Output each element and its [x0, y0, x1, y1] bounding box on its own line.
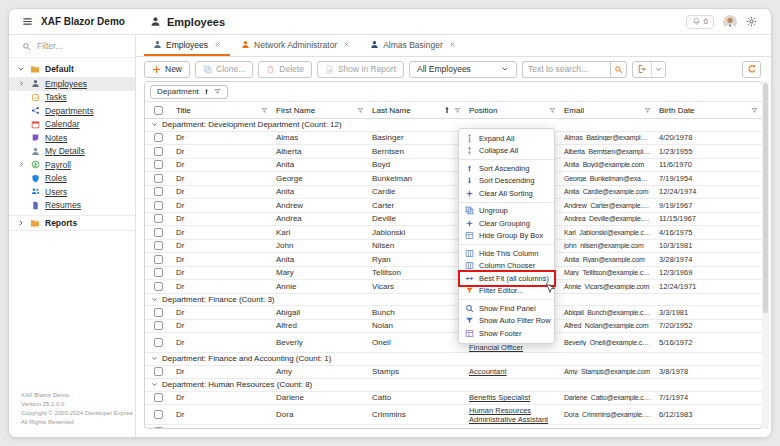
refresh-button[interactable] [742, 61, 761, 78]
sidebar-item-notes[interactable]: Notes [9, 131, 135, 145]
row-checkbox[interactable] [154, 393, 163, 402]
search-button[interactable] [610, 61, 627, 78]
filter-icon[interactable] [357, 107, 364, 114]
table-row[interactable]: DrDarleneCattoBenefits SpecialistDarlene… [145, 392, 762, 406]
menu-item-sort-descending[interactable]: Sort Descending [459, 175, 554, 188]
row-checkbox[interactable] [154, 282, 163, 291]
table-row[interactable]: DrAnitaRyanAnita_Ryan@example.com3/28/19… [145, 253, 762, 267]
row-checkbox[interactable] [154, 241, 163, 250]
table-row[interactable]: DrAndrewCarterAndrew_Carter@example.com9… [145, 199, 762, 213]
clone-button[interactable]: Clone... [195, 61, 253, 78]
chevron-right-icon[interactable] [18, 161, 25, 168]
table-row[interactable]: DrAlmasBasingerAlmas_Basinger@example.co… [145, 132, 762, 146]
menu-item-best-fit-all-columns[interactable]: Best Fit (all columns) [459, 272, 554, 285]
tab-close-button[interactable] [343, 41, 350, 48]
table-row[interactable]: DrAlfredNolanAlfred_Nolan@example.com7/2… [145, 320, 762, 334]
table-row[interactable]: DrGeorgeBunkelmanGeorge_Bunkelman@exampl… [145, 172, 762, 186]
sidebar-item-payroll[interactable]: Payroll [9, 158, 135, 172]
object-filter-select[interactable]: All Employees [409, 61, 517, 78]
column-header-email[interactable]: Email [560, 102, 655, 118]
menu-item-hide-group-by-box[interactable]: Hide Group By Box [459, 230, 554, 243]
menu-item-column-chooser[interactable]: Column Chooser [459, 260, 554, 273]
group-row[interactable]: Department: Human Resources (Count: 8) [145, 379, 762, 392]
export-button[interactable] [633, 62, 651, 77]
filter-icon[interactable] [751, 107, 758, 114]
tab-close-button[interactable] [449, 41, 456, 48]
tab-close-button[interactable] [214, 41, 221, 48]
menu-item-filter-editor[interactable]: Filter Editor... [459, 285, 554, 298]
table-row[interactable]: DrJohnNilsenjohn_nilsen@example.com10/3/… [145, 240, 762, 254]
filter-icon[interactable] [549, 107, 556, 114]
row-checkbox[interactable] [154, 201, 163, 210]
menu-item-show-auto-filter-row[interactable]: Show Auto Filter Row [459, 315, 554, 328]
show-in-report-button[interactable]: Show in Report [317, 61, 404, 78]
tab-network-administrator[interactable]: Network Administrator [232, 35, 359, 56]
row-checkbox[interactable] [154, 228, 163, 237]
hamburger-menu-icon[interactable] [22, 16, 33, 27]
sidebar-item-calendar[interactable]: Calendar [9, 118, 135, 132]
row-checkbox[interactable] [154, 187, 163, 196]
row-checkbox[interactable] [154, 410, 163, 419]
table-row[interactable]: DrAnitaCardleAnita_Cardle@example.com12/… [145, 186, 762, 200]
sidebar-filter-input[interactable] [37, 41, 123, 51]
group-by-chip-department[interactable]: Department [150, 85, 228, 99]
table-row[interactable]: DrAndreaDevilleAndrea_Deville@example.co… [145, 213, 762, 227]
new-button[interactable]: New [144, 61, 190, 78]
row-checkbox[interactable] [154, 133, 163, 142]
table-row[interactable]: DrAnnieVicarsAnnie_Vicars@example.com12/… [145, 280, 762, 294]
table-row[interactable]: DrAbigailBunchAbigail_Bunch@example.com3… [145, 306, 762, 320]
tab-employees[interactable]: Employees [144, 35, 230, 56]
chevron-down-icon[interactable] [151, 296, 158, 303]
vertical-scrollbar[interactable] [762, 81, 769, 429]
column-header-last-name[interactable]: Last Name [368, 102, 465, 118]
row-checkbox[interactable] [154, 214, 163, 223]
column-header-title[interactable]: Title [172, 102, 272, 118]
table-row[interactable]: DrKarlJablonskiKarl_Jablonski@example.co… [145, 226, 762, 240]
column-header-birth-date[interactable]: Birth Date [655, 102, 762, 118]
sidebar-item-resumes[interactable]: Resumes [9, 199, 135, 213]
user-avatar[interactable] [723, 15, 737, 29]
cell-position[interactable]: Accountant [465, 367, 560, 376]
menu-item-expand-all[interactable]: Expand All [459, 132, 554, 145]
delete-button[interactable]: Delete [258, 61, 312, 78]
menu-item-collapse-all[interactable]: Collapse All [459, 145, 554, 158]
menu-item-ungroup[interactable]: Ungroup [459, 205, 554, 218]
sidebar-item-my-details[interactable]: My Details [9, 145, 135, 159]
table-row[interactable]: DrBarbaraFairclothMaster SchedulerBarbar… [145, 425, 762, 429]
scrollbar-thumb[interactable] [763, 83, 768, 313]
filter-icon[interactable] [214, 88, 221, 95]
column-header-first-name[interactable]: First Name [272, 102, 368, 118]
select-all-checkbox[interactable] [154, 106, 163, 115]
settings-gear-icon[interactable] [746, 16, 757, 27]
sidebar-item-employees[interactable]: Employees [9, 77, 135, 91]
group-row[interactable]: Department: Development Department (Coun… [145, 119, 762, 132]
cell-position[interactable]: Benefits Specialist [465, 393, 560, 402]
table-row[interactable]: DrDoraCrimminsHuman Resources Administra… [145, 405, 762, 425]
row-checkbox[interactable] [154, 367, 163, 376]
group-row[interactable]: Department: Finance and Accounting (Coun… [145, 353, 762, 366]
nav-group-default[interactable]: Default [9, 61, 135, 77]
table-row[interactable]: DrAlbertaBerntsenAssistantAlberta_Bernts… [145, 145, 762, 159]
group-row[interactable]: Department: Finance (Count: 3) [145, 294, 762, 307]
filter-icon[interactable] [644, 107, 651, 114]
nav-group-reports[interactable]: Reports [9, 215, 135, 231]
search-input[interactable] [522, 61, 610, 78]
row-checkbox[interactable] [154, 160, 163, 169]
menu-item-sort-ascending[interactable]: Sort Ascending [459, 162, 554, 175]
chevron-down-icon[interactable] [151, 355, 158, 362]
sidebar-item-departments[interactable]: Departments [9, 104, 135, 118]
row-checkbox[interactable] [154, 255, 163, 264]
column-header-position[interactable]: Position [465, 102, 560, 118]
table-row[interactable]: DrBeverlyOneilAssistant to the Chief Fin… [145, 333, 762, 353]
row-checkbox[interactable] [154, 308, 163, 317]
chevron-right-icon[interactable] [18, 80, 25, 87]
menu-item-show-footer[interactable]: Show Footer [459, 327, 554, 340]
chevron-down-icon[interactable] [151, 121, 158, 128]
sidebar-item-tasks[interactable]: Tasks [9, 91, 135, 105]
row-checkbox[interactable] [154, 321, 163, 330]
menu-item-clear-grouping[interactable]: Clear Grouping [459, 217, 554, 230]
row-checkbox[interactable] [154, 427, 163, 429]
sidebar-item-roles[interactable]: Roles [9, 172, 135, 186]
menu-item-clear-all-sorting[interactable]: Clear All Sorting [459, 187, 554, 200]
tab-almas-basinger[interactable]: Almas Basinger [361, 35, 465, 56]
